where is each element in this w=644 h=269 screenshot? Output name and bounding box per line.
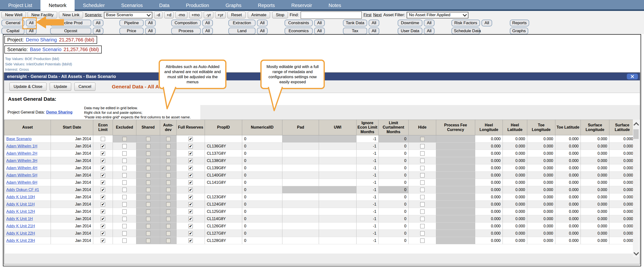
checkbox[interactable] [420,210,424,214]
numerical-id-cell[interactable]: 0 [242,135,282,142]
filter-process-button[interactable]: Process [171,28,201,34]
start-date-cell[interactable]: Jan 2014 [51,237,93,244]
limit-curtailment-cell[interactable]: 0 [378,215,408,222]
checkbox[interactable]: ✔ [188,224,193,228]
filter-land-button[interactable]: Land [228,28,256,34]
coordinate-cell-3[interactable]: 0.000 [555,215,581,222]
filter-downtime-all-button[interactable]: All [424,20,434,26]
vertical-scrollbar[interactable] [633,120,639,257]
checkbox[interactable] [122,238,127,243]
coordinate-cell-0[interactable]: 0.000 [475,135,503,142]
checkbox[interactable]: ✔ [188,195,193,199]
pad-cell[interactable] [282,208,319,215]
limit-curtailment-cell[interactable]: 0 [378,208,408,215]
column-header-uwi[interactable]: UWI [319,120,356,135]
pad-cell[interactable] [282,222,319,230]
filter-graphs-button[interactable]: Graphs [510,28,528,34]
checkbox[interactable] [122,210,127,214]
coordinate-cell-4[interactable]: 0.000 [581,186,609,194]
coordinate-cell-0[interactable]: 0.000 [475,164,503,172]
close-button[interactable] [627,74,638,80]
filter-risk-factors-all-button[interactable]: All [482,20,492,26]
checkbox[interactable] [122,180,127,185]
prop-id-cell[interactable]: CL141G8Y [205,179,242,186]
asset-link[interactable]: Addy K Unit 22H [6,231,35,235]
coordinate-cell-2[interactable]: 0.000 [527,230,555,237]
prop-id-cell[interactable]: CL138G8Y [205,157,242,164]
filter-general-button[interactable]: General [2,20,24,26]
tab-scheduler[interactable]: Scheduler [74,0,113,11]
coordinate-cell-0[interactable]: 0.000 [475,208,503,215]
coordinate-cell-5[interactable]: 0.000 [609,172,635,179]
coordinate-cell-5[interactable]: 0.000 [609,179,635,186]
coordinate-cell-2[interactable]: 0.000 [527,164,555,172]
prop-id-cell[interactable]: CL137G8Y [205,150,242,157]
pad-cell[interactable] [282,237,319,244]
asset-filter-select[interactable]: No Asset Filter Applied [407,12,468,18]
coordinate-cell-5[interactable]: 0.000 [609,208,635,215]
limit-curtailment-cell[interactable]: 0 [378,164,408,172]
checkbox[interactable]: ✔ [101,173,105,178]
uwi-cell[interactable] [319,215,356,222]
ignore-econ-limit-cell[interactable]: -1 [356,186,378,194]
checkbox[interactable]: ✔ [188,180,193,185]
uwi-cell[interactable] [319,237,356,244]
filter-constraints-all-button[interactable]: All [314,20,325,26]
filter-capital-button[interactable]: Capital [2,28,24,34]
asset-link[interactable]: Addy K Unit 11H [6,202,35,206]
filter-downtime-button[interactable]: Downtime [398,20,422,26]
start-date-cell[interactable]: Jan 2014 [51,194,93,201]
checkbox[interactable] [122,231,127,236]
checkbox[interactable] [420,195,424,199]
coordinate-cell-1[interactable]: 0.000 [503,230,527,237]
coordinate-cell-5[interactable]: 0.000 [609,186,635,194]
coordinate-cell-5[interactable]: 0.000 [609,150,635,157]
filter-pipeline-all-button[interactable]: All [145,20,156,26]
checkbox[interactable]: ✔ [188,238,193,243]
start-date-cell[interactable]: Jan 2014 [51,222,93,230]
coordinate-cell-3[interactable]: 0.000 [555,142,581,150]
limit-curtailment-cell[interactable]: 0 [378,157,408,164]
coordinate-cell-5[interactable]: 0.000 [609,135,635,142]
find-input[interactable] [300,12,362,19]
column-header-hide[interactable]: Hide [408,120,436,135]
coordinate-cell-0[interactable]: 0.000 [475,186,503,194]
checkbox[interactable]: ✔ [101,238,105,243]
coordinate-cell-2[interactable]: 0.000 [527,194,555,201]
checkbox[interactable] [122,151,127,156]
prop-id-cell[interactable]: CL136G8Y [205,142,242,150]
start-date-cell[interactable]: Jan 2014 [51,179,93,186]
limit-curtailment-cell[interactable]: 0 [378,194,408,201]
checkbox[interactable]: ✔ [188,188,193,192]
coordinate-cell-4[interactable]: 0.000 [581,215,609,222]
coordinate-cell-5[interactable]: 0.000 [609,222,635,230]
pad-cell[interactable] [282,215,319,222]
filter-extraction-all-button[interactable]: All [257,20,268,26]
checkbox[interactable] [420,173,424,178]
coordinate-cell-1[interactable]: 0.000 [503,215,527,222]
coordinate-cell-3[interactable]: 0.000 [555,186,581,194]
uwi-cell[interactable] [319,201,356,208]
checkbox[interactable] [122,224,127,228]
limit-curtailment-cell[interactable]: 0 [378,237,408,244]
checkbox[interactable] [122,195,127,199]
filter-pipeline-button[interactable]: Pipeline [120,20,144,26]
column-header-limit-curtailment-months[interactable]: Limit Curtailment Months [378,120,408,135]
coordinate-cell-2[interactable]: 0.000 [527,135,555,142]
coordinate-cell-2[interactable]: 0.000 [527,172,555,179]
ignore-econ-limit-cell[interactable]: -1 [356,222,378,230]
column-header-heel-latitude[interactable]: Heel Latitude [503,120,527,135]
coordinate-cell-5[interactable]: 0.000 [609,142,635,150]
ignore-econ-limit-cell[interactable]: -1 [356,208,378,215]
prop-id-cell[interactable]: CL126G8Y [205,222,242,230]
filter-extraction-button[interactable]: Extraction [228,20,256,26]
coordinate-cell-0[interactable]: 0.000 [475,222,503,230]
column-header-econ-limit[interactable]: Econ Limit [93,120,113,135]
start-date-cell[interactable]: Jan 2014 [51,157,93,164]
ignore-econ-limit-cell[interactable]: -1 [356,215,378,222]
coordinate-cell-4[interactable]: 0.000 [581,222,609,230]
filter-schedule-data-button[interactable]: Schedule Data [452,28,480,34]
column-header-ignore-econ-limit-months[interactable]: Ignore Econ Limit Months [356,120,378,135]
coordinate-cell-1[interactable]: 0.000 [503,142,527,150]
start-date-cell[interactable]: Jan 2014 [51,164,93,172]
